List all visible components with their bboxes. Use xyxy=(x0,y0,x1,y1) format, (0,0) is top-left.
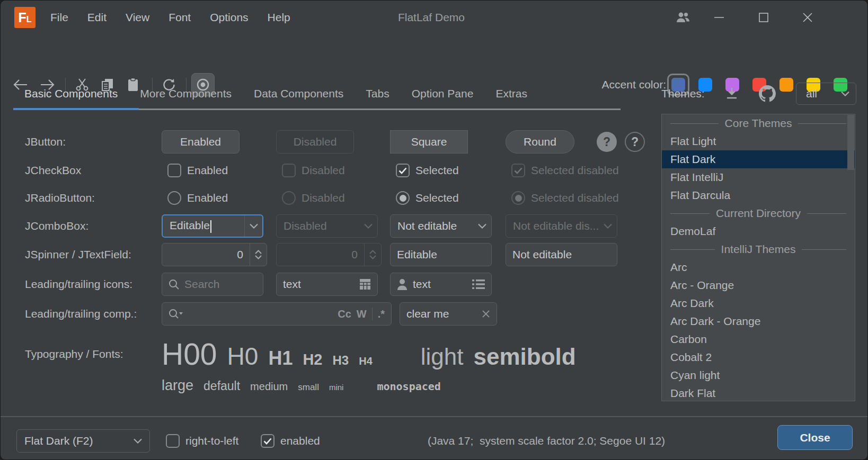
help-button-outlined[interactable]: ? xyxy=(625,132,645,152)
themes-filter-combobox[interactable]: all xyxy=(796,83,856,105)
typography-sizes: large default medium small mini monospac… xyxy=(162,377,441,394)
h1-sample: H1 xyxy=(268,347,293,369)
checkbox-box-checked[interactable] xyxy=(396,164,410,177)
theme-item-cyan-light[interactable]: Cyan light xyxy=(662,366,855,384)
combobox-value: Editable xyxy=(170,219,210,231)
checkbox-box-checked[interactable] xyxy=(261,434,274,448)
menu-font[interactable]: Font xyxy=(159,1,200,34)
users-icon[interactable] xyxy=(670,1,696,34)
combobox-not-editable[interactable]: Not editable xyxy=(390,214,492,238)
textfield-editable[interactable]: Editable xyxy=(390,243,492,266)
row-label: Leading/trailing icons: xyxy=(25,278,132,291)
spinner-value[interactable]: 0 xyxy=(162,243,250,266)
radio-label: Enabled xyxy=(187,192,228,204)
menu-options[interactable]: Options xyxy=(200,1,258,34)
radio-disabled: Disabled xyxy=(276,191,345,205)
menu-help[interactable]: Help xyxy=(258,1,300,34)
checkbox-box xyxy=(282,164,296,177)
checkbox-box[interactable] xyxy=(166,434,180,448)
theme-item-arc-dark-orange[interactable]: Arc Dark - Orange xyxy=(662,312,855,330)
theme-item-arc-dark[interactable]: Arc Dark xyxy=(662,294,855,312)
tabbar: Basic Components More Components Data Co… xyxy=(1,80,867,112)
combobox-value: Disabled xyxy=(277,220,359,232)
list-icon[interactable] xyxy=(472,279,485,290)
checkbox-box[interactable] xyxy=(167,164,181,177)
whole-word-button[interactable]: W xyxy=(357,308,367,320)
spinner-enabled[interactable]: 0 xyxy=(162,243,267,266)
active-tab-underline xyxy=(13,108,139,110)
radio-circle-selected[interactable] xyxy=(396,191,410,205)
menu-file[interactable]: File xyxy=(41,1,78,34)
typography-headers: H00 H0 H1 H2 H3 H4 light semibold xyxy=(162,337,576,372)
theme-item-flat-darcula[interactable]: Flat Darcula xyxy=(662,186,855,204)
h3-sample: H3 xyxy=(333,353,349,368)
default-size-sample: default xyxy=(203,379,240,393)
theme-item-flat-dark[interactable]: Flat Dark xyxy=(662,150,855,168)
help-button-filled[interactable]: ? xyxy=(597,132,617,152)
tab-option-pane[interactable]: Option Pane xyxy=(401,80,485,107)
theme-item-arc-orange[interactable]: Arc - Orange xyxy=(662,276,855,294)
right-to-left-checkbox[interactable]: right-to-left xyxy=(166,429,238,453)
spinner-disabled: 0 xyxy=(276,243,382,266)
close-window-button[interactable] xyxy=(794,1,821,34)
search-placeholder: Search xyxy=(184,278,220,291)
theme-item-dark-flat[interactable]: Dark Flat xyxy=(662,384,855,401)
checkbox-disabled: Disabled xyxy=(276,164,345,177)
row-label: Leading/trailing comp.: xyxy=(25,308,137,320)
chevron-down-icon[interactable] xyxy=(244,215,262,237)
search-input[interactable]: Search xyxy=(162,273,263,296)
chevron-down-icon[interactable] xyxy=(473,215,491,237)
tab-area-line xyxy=(139,109,621,110)
theme-item-demolaf[interactable]: DemoLaf xyxy=(662,222,855,240)
round-button[interactable]: Round xyxy=(506,130,574,154)
combobox-editable[interactable]: Editable xyxy=(162,214,263,238)
tab-basic-components[interactable]: Basic Components xyxy=(13,80,129,107)
radio-enabled[interactable]: Enabled xyxy=(162,191,228,205)
themes-label: Themes: xyxy=(661,87,705,100)
theme-item-flat-light[interactable]: Flat Light xyxy=(662,132,855,150)
themes-scrollbar-thumb[interactable] xyxy=(847,115,854,170)
laf-combobox[interactable]: Flat Dark (F2) xyxy=(16,429,150,453)
regex-button[interactable]: .* xyxy=(378,308,385,320)
clear-x-icon[interactable] xyxy=(482,310,490,318)
square-button[interactable]: Square xyxy=(390,130,468,154)
radio-circle[interactable] xyxy=(167,191,181,205)
clearable-input[interactable]: clear me xyxy=(400,302,497,326)
github-icon[interactable] xyxy=(759,85,776,102)
table-icon[interactable] xyxy=(359,278,371,290)
separator xyxy=(372,308,373,320)
enabled-button[interactable]: Enabled xyxy=(162,130,240,154)
close-button[interactable]: Close xyxy=(777,425,853,450)
menu-view[interactable]: View xyxy=(116,1,159,34)
spinner-value: 0 xyxy=(277,243,364,266)
spinner-up-down-icons[interactable] xyxy=(250,243,267,266)
theme-item-arc[interactable]: Arc xyxy=(662,258,855,276)
enabled-checkbox[interactable]: enabled xyxy=(261,429,320,453)
theme-item-flat-intellij[interactable]: Flat IntelliJ xyxy=(662,168,855,186)
menu-edit[interactable]: Edit xyxy=(78,1,116,34)
radio-circle xyxy=(282,191,296,205)
checkbox-selected[interactable]: Selected xyxy=(390,164,459,177)
status-text: (Java 17; system scale factor 2.0; Segoe… xyxy=(403,429,689,453)
row-label: JSpinner / JTextField: xyxy=(25,248,131,261)
search-with-options-input[interactable]: Cc W .* xyxy=(162,302,392,326)
bottom-separator xyxy=(1,416,867,417)
tab-data-components[interactable]: Data Components xyxy=(243,80,355,107)
match-case-button[interactable]: Cc xyxy=(338,308,351,320)
theme-item-carbon[interactable]: Carbon xyxy=(662,330,855,348)
minimize-button[interactable] xyxy=(706,1,732,34)
mini-size-sample: mini xyxy=(329,383,344,392)
theme-item-cobalt-2[interactable]: Cobalt 2 xyxy=(662,348,855,366)
radio-selected[interactable]: Selected xyxy=(390,191,459,205)
tab-more-components[interactable]: More Components xyxy=(129,80,243,107)
checkbox-enabled[interactable]: Enabled xyxy=(162,164,228,177)
text-input-person-list[interactable]: text xyxy=(390,273,492,296)
text-input-table-icon[interactable]: text xyxy=(276,273,378,296)
maximize-button[interactable] xyxy=(750,1,777,34)
combobox-not-editable-disabled: Not editable dis... xyxy=(506,214,617,238)
search-dropdown-icon[interactable] xyxy=(169,309,183,319)
disabled-button: Disabled xyxy=(276,130,354,154)
tab-extras[interactable]: Extras xyxy=(484,80,538,107)
tab-tabs[interactable]: Tabs xyxy=(355,80,400,107)
download-icon[interactable] xyxy=(725,87,739,101)
